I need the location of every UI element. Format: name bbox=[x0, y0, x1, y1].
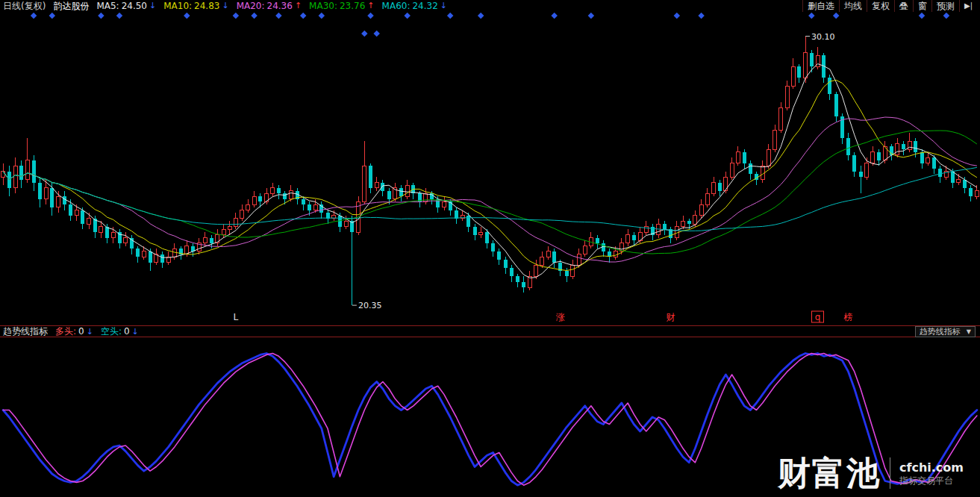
event-diamond-icon bbox=[300, 13, 306, 19]
event-diamond-icon bbox=[447, 13, 453, 19]
indicator-header: 趋势线指标 多头: 0 ↓ 空头: 0 ↓ 趋势线指标 ▼ bbox=[0, 325, 980, 337]
chart-marker: 榜 bbox=[843, 312, 853, 322]
bull-readout: 多头: 0 ↓ bbox=[55, 325, 93, 338]
down-arrow-icon: ↓ bbox=[440, 0, 447, 12]
toolbar: 删自选 均线 复权 叠 窗 预测 ▶| bbox=[802, 0, 977, 12]
brand-logo: 财富池 bbox=[778, 457, 881, 490]
event-diamond-icon bbox=[251, 13, 257, 19]
event-diamond-icon bbox=[184, 13, 190, 19]
window-button[interactable]: 窗 bbox=[913, 0, 931, 12]
event-diamond-icon bbox=[233, 13, 239, 19]
ma10-readout: MA10: 24.83 ↓ bbox=[163, 0, 228, 12]
event-diamond-icon bbox=[367, 13, 373, 19]
down-arrow-icon: ↓ bbox=[132, 327, 139, 337]
chart-markers[interactable]: L涨财q榜 bbox=[234, 311, 853, 322]
next-page-icon[interactable]: ▶| bbox=[959, 0, 977, 12]
down-arrow-icon: ↓ bbox=[149, 0, 156, 12]
event-diamond-icon bbox=[674, 13, 680, 19]
event-diamond-icon bbox=[943, 13, 949, 19]
ma30-readout: MA30: 23.76 ↑ bbox=[309, 0, 374, 12]
event-diamond-icon bbox=[373, 31, 379, 37]
price-annotation: 30.10 bbox=[811, 32, 835, 42]
chart-marker: 涨 bbox=[555, 312, 565, 322]
candles bbox=[1, 37, 979, 306]
ma5-line bbox=[3, 64, 977, 278]
delete-watchlist-button[interactable]: 删自选 bbox=[802, 0, 839, 12]
quote-readouts: 日线(复权) 韵达股份 MA5: 24.50 ↓ MA10: 24.83 ↓ M… bbox=[3, 0, 447, 12]
chevron-down-icon: ▼ bbox=[967, 327, 971, 337]
event-diamond-icon bbox=[361, 31, 367, 37]
chart-marker: 财 bbox=[667, 312, 675, 322]
event-diamond-icon bbox=[833, 13, 839, 19]
event-diamond-icon bbox=[551, 13, 557, 19]
event-diamond-icon bbox=[31, 13, 37, 19]
brand-tagline: 指标交易平台 bbox=[899, 476, 964, 485]
ma-settings-button[interactable]: 均线 bbox=[839, 0, 867, 12]
event-diamond-icon bbox=[404, 13, 410, 19]
ma60-readout: MA60: 24.32 ↓ bbox=[382, 0, 447, 12]
watermark: 财富池 cfchi.com 指标交易平台 bbox=[778, 457, 964, 490]
stock-name: 韵达股份 bbox=[53, 0, 89, 12]
indicator-title: 趋势线指标 bbox=[3, 325, 48, 338]
event-diamond-icon bbox=[478, 13, 484, 19]
price-annotation: 20.35 bbox=[358, 301, 382, 310]
event-diamond-icon bbox=[49, 13, 55, 19]
brand-domain: cfchi.com bbox=[899, 462, 964, 474]
event-diamond-icon bbox=[588, 13, 594, 19]
stock-app-window: 日线(复权) 韵达股份 MA5: 24.50 ↓ MA10: 24.83 ↓ M… bbox=[0, 0, 980, 497]
indicator-readouts: 趋势线指标 多头: 0 ↓ 空头: 0 ↓ bbox=[3, 325, 139, 338]
ma20-readout: MA20: 24.36 ↑ bbox=[237, 0, 302, 12]
event-diamond-icon bbox=[319, 13, 325, 19]
indicator-selector-dropdown[interactable]: 趋势线指标 ▼ bbox=[915, 326, 976, 337]
chart-marker: L bbox=[234, 312, 239, 322]
chart-marker: q bbox=[815, 312, 821, 322]
up-arrow-icon: ↑ bbox=[367, 0, 374, 12]
event-diamond-icon bbox=[919, 13, 925, 19]
bear-readout: 空头: 0 ↓ bbox=[101, 325, 139, 338]
forecast-button[interactable]: 预测 bbox=[931, 0, 959, 12]
up-arrow-icon: ↑ bbox=[295, 0, 302, 12]
watermark-divider bbox=[890, 457, 890, 489]
overlay-button[interactable]: 叠 bbox=[894, 0, 913, 12]
main-chart-area[interactable]: 30.1020.35L涨财q榜 bbox=[0, 12, 980, 325]
adjust-price-button[interactable]: 复权 bbox=[867, 0, 894, 12]
period-label: 日线(复权) bbox=[3, 0, 46, 12]
event-diamond-icon bbox=[275, 13, 281, 19]
top-bar: 日线(复权) 韵达股份 MA5: 24.50 ↓ MA10: 24.83 ↓ M… bbox=[0, 0, 980, 12]
down-arrow-icon: ↓ bbox=[87, 327, 93, 337]
ma10-line bbox=[3, 80, 977, 270]
event-diamond-icon bbox=[116, 13, 122, 19]
down-arrow-icon: ↓ bbox=[222, 0, 228, 12]
candlestick-chart[interactable]: 30.1020.35L涨财q榜 bbox=[0, 12, 980, 325]
ma5-readout: MA5: 24.50 ↓ bbox=[96, 0, 156, 12]
event-diamond-icon bbox=[98, 13, 104, 19]
ma20-line bbox=[3, 117, 977, 262]
event-diamond-icon bbox=[808, 13, 814, 19]
ma30-line bbox=[3, 131, 977, 254]
event-diamond-icon bbox=[698, 13, 704, 19]
